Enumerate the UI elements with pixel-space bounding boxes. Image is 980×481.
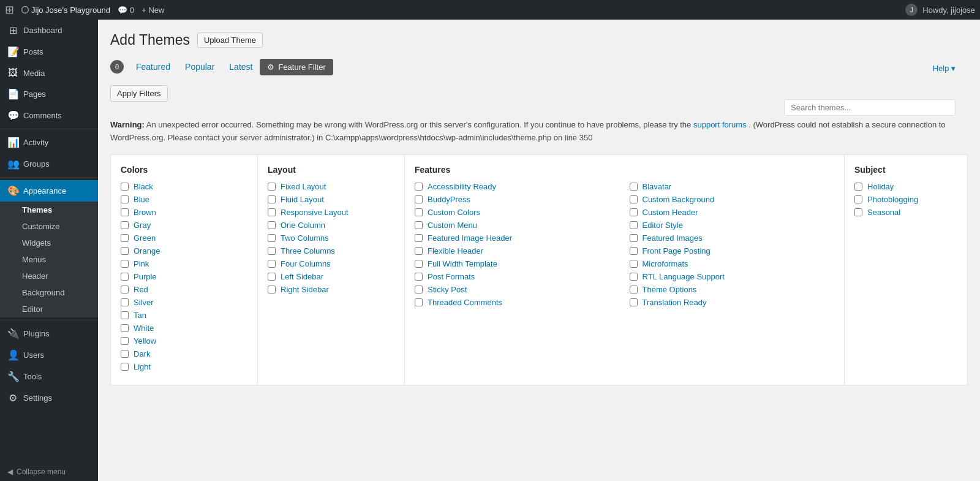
site-name[interactable]: Jijo Jose's Playground <box>21 6 110 15</box>
filter-checkbox[interactable] <box>630 286 638 294</box>
filter-label[interactable]: Light <box>134 362 151 371</box>
sidebar-subitem-editor[interactable]: Editor <box>0 301 98 317</box>
filter-checkbox[interactable] <box>268 221 276 229</box>
filter-label[interactable]: One Column <box>281 221 325 230</box>
filter-label[interactable]: Tan <box>134 311 146 320</box>
sidebar-item-plugins[interactable]: 🔌 Plugins <box>0 323 98 344</box>
sidebar-item-comments[interactable]: 💬 Comments <box>0 105 98 126</box>
filter-checkbox[interactable] <box>268 208 276 216</box>
filter-label[interactable]: Dark <box>134 349 150 358</box>
filter-label[interactable]: Green <box>134 233 156 243</box>
filter-checkbox[interactable] <box>854 208 862 216</box>
filter-checkbox[interactable] <box>121 195 129 203</box>
sidebar-item-appearance[interactable]: 🎨 Appearance <box>0 180 98 202</box>
filter-checkbox[interactable] <box>121 234 129 242</box>
tab-feature-filter[interactable]: ⚙ Feature Filter <box>260 59 333 75</box>
filter-checkbox[interactable] <box>415 208 423 216</box>
filter-checkbox[interactable] <box>121 260 129 268</box>
filter-label[interactable]: Editor Style <box>643 221 683 230</box>
filter-label[interactable]: Gray <box>134 221 151 230</box>
filter-label[interactable]: Seasonal <box>867 208 900 217</box>
filter-label[interactable]: Custom Background <box>643 195 715 204</box>
filter-label[interactable]: Yellow <box>134 336 156 346</box>
filter-label[interactable]: Featured Images <box>643 233 703 243</box>
filter-label[interactable]: Custom Header <box>643 208 698 217</box>
filter-label[interactable]: Translation Ready <box>643 298 707 307</box>
filter-checkbox[interactable] <box>415 234 423 242</box>
filter-checkbox[interactable] <box>630 221 638 229</box>
filter-label[interactable]: White <box>134 324 154 333</box>
filter-checkbox[interactable] <box>121 350 129 358</box>
filter-checkbox[interactable] <box>268 273 276 281</box>
filter-checkbox[interactable] <box>268 183 276 191</box>
filter-label[interactable]: Custom Colors <box>428 208 480 217</box>
filter-label[interactable]: Photoblogging <box>867 195 918 204</box>
filter-label[interactable]: Fixed Layout <box>281 182 326 191</box>
filter-checkbox[interactable] <box>415 260 423 268</box>
filter-checkbox[interactable] <box>268 247 276 255</box>
filter-checkbox[interactable] <box>854 183 862 191</box>
wp-logo[interactable]: ⊞ <box>5 3 14 17</box>
sidebar-subitem-customize[interactable]: Customize <box>0 218 98 235</box>
filter-label[interactable]: Accessibility Ready <box>428 182 496 191</box>
filter-checkbox[interactable] <box>121 221 129 229</box>
filter-checkbox[interactable] <box>121 247 129 255</box>
filter-checkbox[interactable] <box>121 273 129 281</box>
sidebar-item-activity[interactable]: 📊 Activity <box>0 132 98 153</box>
filter-checkbox[interactable] <box>630 298 638 306</box>
filter-label[interactable]: Featured Image Header <box>428 233 512 243</box>
filter-checkbox[interactable] <box>415 286 423 294</box>
filter-label[interactable]: Fluid Layout <box>281 195 324 204</box>
filter-label[interactable]: Right Sidebar <box>281 285 329 294</box>
filter-checkbox[interactable] <box>630 208 638 216</box>
sidebar-item-settings[interactable]: ⚙ Settings <box>0 387 98 409</box>
sidebar-item-media[interactable]: 🖼 Media <box>0 62 98 83</box>
support-forums-link[interactable]: support forums <box>693 120 747 129</box>
apply-filters-button[interactable]: Apply Filters <box>110 85 168 102</box>
filter-checkbox[interactable] <box>630 183 638 191</box>
sidebar-subitem-header[interactable]: Header <box>0 268 98 284</box>
filter-checkbox[interactable] <box>630 247 638 255</box>
filter-checkbox[interactable] <box>415 221 423 229</box>
filter-label[interactable]: Threaded Comments <box>428 298 502 307</box>
filter-label[interactable]: Flexible Header <box>428 246 483 256</box>
sidebar-subitem-widgets[interactable]: Widgets <box>0 235 98 251</box>
filter-checkbox[interactable] <box>121 208 129 216</box>
filter-checkbox[interactable] <box>268 260 276 268</box>
sidebar-item-posts[interactable]: 📝 Posts <box>0 41 98 62</box>
filter-checkbox[interactable] <box>268 195 276 203</box>
sidebar-item-pages[interactable]: 📄 Pages <box>0 83 98 105</box>
new-item[interactable]: + New <box>141 6 164 15</box>
filter-label[interactable]: Sticky Post <box>428 285 467 294</box>
sidebar-item-tools[interactable]: 🔧 Tools <box>0 366 98 387</box>
filter-label[interactable]: RTL Language Support <box>643 272 725 281</box>
sidebar-item-dashboard[interactable]: ⊞ Dashboard <box>0 20 98 41</box>
filter-label[interactable]: Black <box>134 182 153 191</box>
filter-checkbox[interactable] <box>630 273 638 281</box>
tab-popular[interactable]: Popular <box>178 58 222 75</box>
filter-checkbox[interactable] <box>630 195 638 203</box>
search-themes-input[interactable] <box>784 99 956 116</box>
tab-featured[interactable]: Featured <box>129 58 178 75</box>
filter-checkbox[interactable] <box>415 273 423 281</box>
filter-label[interactable]: Left Sidebar <box>281 272 323 281</box>
filter-checkbox[interactable] <box>630 234 638 242</box>
filter-checkbox[interactable] <box>121 324 129 332</box>
filter-label[interactable]: Blavatar <box>643 182 672 191</box>
filter-label[interactable]: BuddyPress <box>428 195 470 204</box>
filter-label[interactable]: Brown <box>134 208 156 217</box>
help-button[interactable]: Help ▾ <box>933 64 956 73</box>
filter-label[interactable]: Purple <box>134 272 157 281</box>
filter-label[interactable]: Red <box>134 285 148 294</box>
filter-label[interactable]: Microformats <box>643 259 688 268</box>
sidebar-subitem-menus[interactable]: Menus <box>0 251 98 268</box>
filter-checkbox[interactable] <box>121 183 129 191</box>
tab-latest[interactable]: Latest <box>222 58 260 75</box>
sidebar-item-users[interactable]: 👤 Users <box>0 344 98 366</box>
filter-checkbox[interactable] <box>121 337 129 345</box>
upload-theme-button[interactable]: Upload Theme <box>197 32 263 48</box>
filter-label[interactable]: Silver <box>134 298 154 307</box>
filter-label[interactable]: Two Columns <box>281 233 329 243</box>
comments-count[interactable]: 💬 0 <box>118 6 134 15</box>
collapse-menu[interactable]: ◀ Collapse menu <box>0 463 98 481</box>
